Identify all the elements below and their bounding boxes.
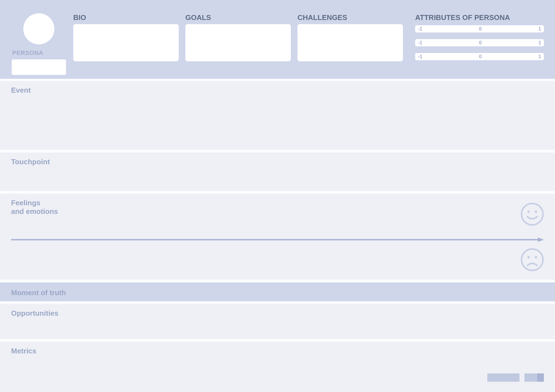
scale-max: 1 xyxy=(538,40,541,46)
scale-min: -1 xyxy=(418,40,422,46)
scale-mid: 0 xyxy=(479,26,482,32)
challenges-input[interactable] xyxy=(297,24,403,61)
lane-event[interactable]: Event xyxy=(0,79,555,150)
scale-max: 1 xyxy=(538,26,541,32)
feelings-label-line1: Feelings xyxy=(11,199,40,207)
lane-metrics-title: Metrics xyxy=(11,347,544,355)
lane-event-title: Event xyxy=(11,86,544,95)
lane-opportunities[interactable]: Opportunities xyxy=(0,301,555,339)
attribute-scale-3[interactable]: -1 0 1 xyxy=(415,53,544,60)
lane-feelings[interactable]: Feelings and emotions xyxy=(0,191,555,280)
svg-point-3 xyxy=(527,211,530,213)
svg-point-4 xyxy=(535,211,537,213)
attribute-scale-2[interactable]: -1 0 1 xyxy=(415,39,544,46)
lane-touchpoint[interactable]: Touchpoint xyxy=(0,150,555,191)
footer-block-2 xyxy=(524,373,544,382)
challenges-label: CHALLENGES xyxy=(297,13,403,22)
persona-header: PERSONA BIO GOALS CHALLENGES ATTRIBUTES … xyxy=(0,0,555,79)
goals-column: GOALS xyxy=(185,13,291,61)
lane-metrics[interactable]: Metrics xyxy=(0,339,555,383)
svg-point-6 xyxy=(527,256,530,259)
lane-moment-of-truth[interactable]: Moment of truth xyxy=(0,280,555,301)
attribute-scale-1[interactable]: -1 0 1 xyxy=(415,25,544,32)
feelings-timeline xyxy=(11,237,544,242)
svg-point-7 xyxy=(535,256,537,259)
scale-min: -1 xyxy=(418,54,422,60)
svg-point-5 xyxy=(521,249,543,270)
lane-opportunities-title: Opportunities xyxy=(11,309,544,318)
lane-moment-title: Moment of truth xyxy=(11,289,544,297)
scale-mid: 0 xyxy=(479,54,482,60)
sad-face-icon xyxy=(520,247,544,272)
persona-avatar[interactable] xyxy=(23,13,54,44)
happy-face-icon xyxy=(520,202,544,226)
scale-min: -1 xyxy=(418,26,422,32)
journey-lanes: Event Touchpoint Feelings and emotions xyxy=(0,79,555,383)
attributes-label: ATTRIBUTES OF PERSONA xyxy=(415,13,544,22)
persona-label: PERSONA xyxy=(12,49,43,57)
goals-input[interactable] xyxy=(185,24,291,61)
lane-feelings-title: Feelings and emotions xyxy=(11,199,544,216)
challenges-column: CHALLENGES xyxy=(297,13,403,61)
svg-point-2 xyxy=(521,203,543,225)
scale-max: 1 xyxy=(538,54,541,60)
persona-name-input[interactable] xyxy=(12,59,66,75)
goals-label: GOALS xyxy=(185,13,291,22)
bio-label: BIO xyxy=(73,13,179,22)
footer-block-1 xyxy=(487,373,519,382)
svg-marker-1 xyxy=(538,237,544,242)
footer-logo-blocks xyxy=(487,373,544,382)
scale-mid: 0 xyxy=(479,40,482,46)
bio-column: BIO xyxy=(73,13,179,61)
bio-input[interactable] xyxy=(73,24,179,61)
feelings-label-line2: and emotions xyxy=(11,207,58,216)
persona-column: PERSONA xyxy=(11,13,67,75)
lane-touchpoint-title: Touchpoint xyxy=(11,158,544,166)
attributes-column: ATTRIBUTES OF PERSONA -1 0 1 -1 0 1 -1 0… xyxy=(415,13,544,60)
